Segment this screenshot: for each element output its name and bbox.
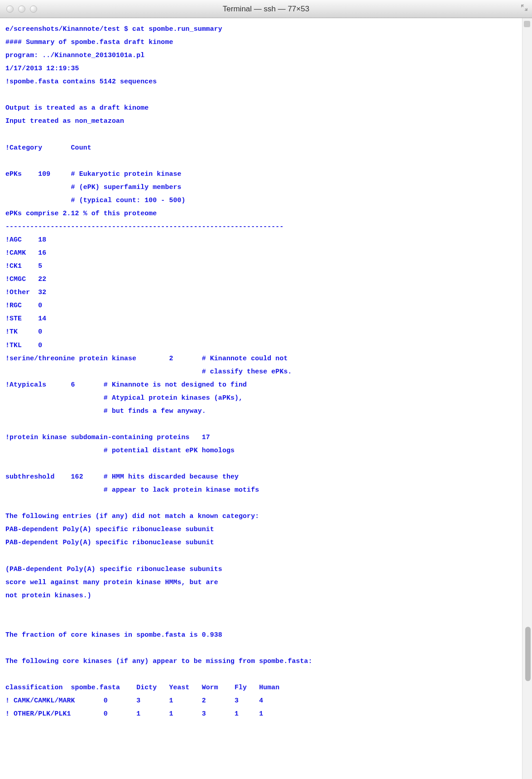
content-area: e/screenshots/Kinannote/test $ cat spomb… <box>0 18 532 779</box>
window-title: Terminal — ssh — 77×53 <box>223 5 309 14</box>
expand-icon[interactable] <box>521 5 527 13</box>
scrollbar-thumb[interactable] <box>525 627 531 681</box>
scrollbar-track[interactable] <box>522 18 532 779</box>
terminal-output[interactable]: e/screenshots/Kinannote/test $ cat spomb… <box>0 18 522 779</box>
window-controls <box>0 5 37 13</box>
zoom-button[interactable] <box>30 5 37 13</box>
close-button[interactable] <box>6 5 14 13</box>
window-titlebar: Terminal — ssh — 77×53 <box>0 0 532 18</box>
scroll-indicator-icon <box>524 21 530 27</box>
minimize-button[interactable] <box>18 5 25 13</box>
